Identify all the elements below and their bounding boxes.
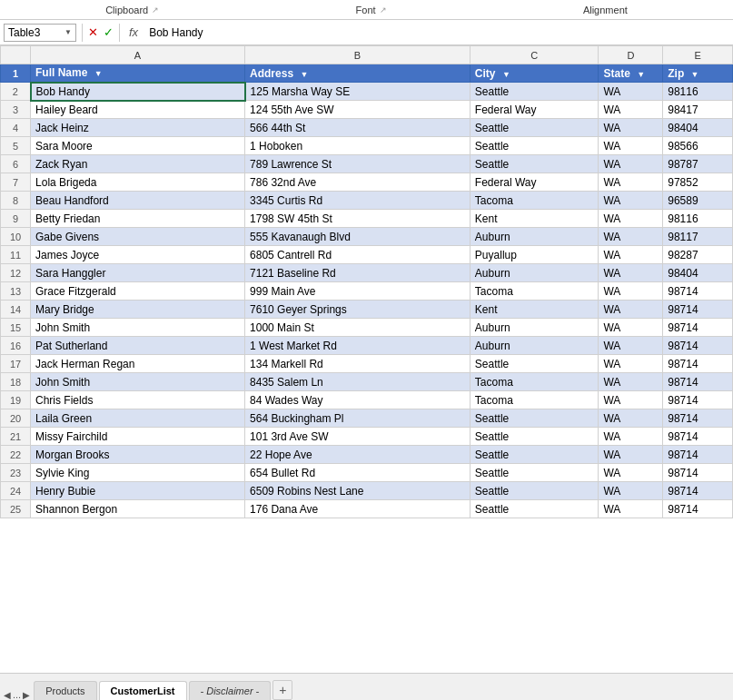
cell-city-row-9[interactable]: Kent xyxy=(470,210,599,228)
tab-disclaimer[interactable]: - Disclaimer - xyxy=(189,681,272,700)
cell-zip-row-22[interactable]: 98714 xyxy=(663,446,733,464)
col-header-D[interactable]: D xyxy=(599,46,663,64)
cell-address-row-18[interactable]: 8435 Salem Ln xyxy=(245,373,471,391)
cell-zip-row-10[interactable]: 98117 xyxy=(663,228,733,246)
cell-zip-row-16[interactable]: 98714 xyxy=(663,337,733,355)
cell-zip-row-14[interactable]: 98714 xyxy=(663,301,733,319)
cell-zip-row-9[interactable]: 98116 xyxy=(663,210,733,228)
cell-fullname-row-13[interactable]: Grace Fitzgerald xyxy=(31,282,245,301)
col-header-B[interactable]: B xyxy=(245,46,471,64)
cell-name-dropdown-icon[interactable]: ▼ xyxy=(64,28,72,36)
cell-zip-row-2[interactable]: 98116 xyxy=(663,83,733,101)
cell-zip-row-21[interactable]: 98714 xyxy=(663,428,733,446)
cell-zip-row-11[interactable]: 98287 xyxy=(663,246,733,264)
cell-state-row-16[interactable]: WA xyxy=(599,337,663,355)
cancel-icon[interactable]: ✕ xyxy=(88,25,98,39)
cell-city-row-20[interactable]: Seattle xyxy=(470,409,599,428)
col-header-C[interactable]: C xyxy=(470,46,599,64)
cell-city-row-22[interactable]: Seattle xyxy=(470,446,599,464)
cell-state-row-23[interactable]: WA xyxy=(599,464,663,482)
cell-city-row-15[interactable]: Auburn xyxy=(470,319,599,337)
tab-products[interactable]: Products xyxy=(34,681,96,700)
cell-zip-row-13[interactable]: 98714 xyxy=(663,282,733,301)
cell-city-row-2[interactable]: Seattle xyxy=(470,83,599,101)
cell-address-row-25[interactable]: 176 Dana Ave xyxy=(245,500,471,518)
cell-state-row-3[interactable]: WA xyxy=(599,101,663,119)
cell-state-row-25[interactable]: WA xyxy=(599,500,663,518)
cell-fullname-row-3[interactable]: Hailey Beard xyxy=(31,101,245,119)
cell-zip-row-18[interactable]: 98714 xyxy=(663,373,733,391)
cell-zip-row-17[interactable]: 98714 xyxy=(663,355,733,373)
cell-state-row-15[interactable]: WA xyxy=(599,319,663,337)
cell-address-row-12[interactable]: 7121 Baseline Rd xyxy=(245,264,471,282)
cell-city-row-3[interactable]: Federal Way xyxy=(470,101,599,119)
cell-zip-row-8[interactable]: 96589 xyxy=(663,192,733,210)
cell-fullname-row-6[interactable]: Zack Ryan xyxy=(31,155,245,173)
tab-customerlist[interactable]: CustomerList xyxy=(99,681,187,700)
cell-state-row-17[interactable]: WA xyxy=(599,355,663,373)
cell-state-row-24[interactable]: WA xyxy=(599,482,663,500)
cell-city-row-10[interactable]: Auburn xyxy=(470,228,599,246)
cell-zip-row-15[interactable]: 98714 xyxy=(663,319,733,337)
formula-input[interactable] xyxy=(145,25,729,41)
cell-zip-row-5[interactable]: 98566 xyxy=(663,137,733,155)
address-dropdown-icon[interactable]: ▼ xyxy=(300,70,308,79)
cell-state-row-11[interactable]: WA xyxy=(599,246,663,264)
cell-address-row-17[interactable]: 134 Markell Rd xyxy=(245,355,471,373)
cell-fullname-row-11[interactable]: James Joyce xyxy=(31,246,245,264)
cell-fullname-row-2[interactable]: Bob Handy xyxy=(31,83,245,101)
cell-zip-row-7[interactable]: 97852 xyxy=(663,173,733,192)
cell-address-row-5[interactable]: 1 Hoboken xyxy=(245,137,471,155)
cell-state-row-5[interactable]: WA xyxy=(599,137,663,155)
cell-zip-row-25[interactable]: 98714 xyxy=(663,500,733,518)
cell-address-row-11[interactable]: 6805 Cantrell Rd xyxy=(245,246,471,264)
cell-fullname-row-21[interactable]: Missy Fairchild xyxy=(31,428,245,446)
cell-zip-row-24[interactable]: 98714 xyxy=(663,482,733,500)
cell-fullname-row-22[interactable]: Morgan Brooks xyxy=(31,446,245,464)
cell-fullname-row-20[interactable]: Laila Green xyxy=(31,409,245,428)
cell-address-row-24[interactable]: 6509 Robins Nest Lane xyxy=(245,482,471,500)
cell-fullname-row-23[interactable]: Sylvie King xyxy=(31,464,245,482)
cell-state-row-22[interactable]: WA xyxy=(599,446,663,464)
cell-fullname-row-5[interactable]: Sara Moore xyxy=(31,137,245,155)
cell-city-row-18[interactable]: Tacoma xyxy=(470,373,599,391)
cell-fullname-row-4[interactable]: Jack Heinz xyxy=(31,119,245,137)
cell-city-row-21[interactable]: Seattle xyxy=(470,428,599,446)
cell-fullname-row-14[interactable]: Mary Bridge xyxy=(31,301,245,319)
cell-city-row-17[interactable]: Seattle xyxy=(470,355,599,373)
cell-city-row-13[interactable]: Tacoma xyxy=(470,282,599,301)
cell-address-row-2[interactable]: 125 Marsha Way SE xyxy=(245,83,471,101)
cell-zip-row-4[interactable]: 98404 xyxy=(663,119,733,137)
cell-city-row-4[interactable]: Seattle xyxy=(470,119,599,137)
cell-fullname-row-15[interactable]: John Smith xyxy=(31,319,245,337)
cell-fullname-row-9[interactable]: Betty Friedan xyxy=(31,210,245,228)
cell-state-row-2[interactable]: WA xyxy=(599,83,663,101)
cell-address-row-22[interactable]: 22 Hope Ave xyxy=(245,446,471,464)
cell-zip-row-3[interactable]: 98417 xyxy=(663,101,733,119)
cell-city-row-7[interactable]: Federal Way xyxy=(470,173,599,192)
cell-state-row-14[interactable]: WA xyxy=(599,301,663,319)
header-fullname[interactable]: Full Name ▼ xyxy=(31,64,245,83)
cell-state-row-6[interactable]: WA xyxy=(599,155,663,173)
header-address[interactable]: Address ▼ xyxy=(245,64,471,83)
cell-state-row-19[interactable]: WA xyxy=(599,391,663,409)
cell-address-row-9[interactable]: 1798 SW 45th St xyxy=(245,210,471,228)
cell-state-row-9[interactable]: WA xyxy=(599,210,663,228)
cell-fullname-row-12[interactable]: Sara Hanggler xyxy=(31,264,245,282)
confirm-icon[interactable]: ✓ xyxy=(104,25,114,39)
cell-city-row-19[interactable]: Tacoma xyxy=(470,391,599,409)
cell-city-row-8[interactable]: Tacoma xyxy=(470,192,599,210)
cell-state-row-8[interactable]: WA xyxy=(599,192,663,210)
cell-name-box[interactable]: Table3 ▼ xyxy=(4,24,76,42)
cell-address-row-10[interactable]: 555 Kavanaugh Blvd xyxy=(245,228,471,246)
header-zip[interactable]: Zip ▼ xyxy=(663,64,733,83)
header-city[interactable]: City ▼ xyxy=(470,64,599,83)
cell-address-row-6[interactable]: 789 Lawrence St xyxy=(245,155,471,173)
cell-city-row-25[interactable]: Seattle xyxy=(470,500,599,518)
cell-city-row-12[interactable]: Auburn xyxy=(470,264,599,282)
cell-state-row-20[interactable]: WA xyxy=(599,409,663,428)
cell-address-row-15[interactable]: 1000 Main St xyxy=(245,319,471,337)
cell-fullname-row-17[interactable]: Jack Herman Regan xyxy=(31,355,245,373)
col-header-A[interactable]: A xyxy=(31,46,245,64)
cell-address-row-8[interactable]: 3345 Curtis Rd xyxy=(245,192,471,210)
